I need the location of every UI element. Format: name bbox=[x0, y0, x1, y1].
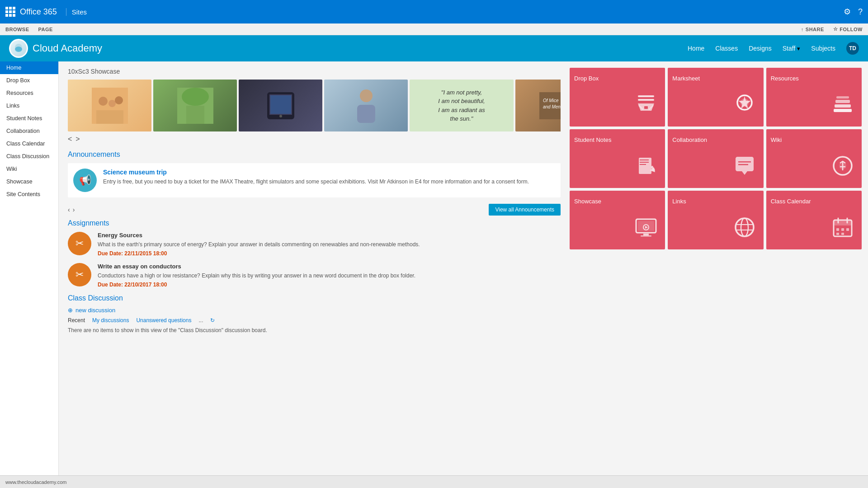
sites-label[interactable]: Sites bbox=[66, 8, 87, 16]
showcase-images: "I am not pretty,I am not beautiful,I am… bbox=[68, 80, 561, 131]
top-bar-left: Office 365 Sites bbox=[5, 7, 87, 17]
showcase-prev-button[interactable]: < bbox=[68, 135, 72, 143]
discussion-tab-unanswered[interactable]: Unanswered questions bbox=[136, 317, 191, 324]
site-logo: Cloud Academy bbox=[9, 39, 102, 58]
tile-links[interactable]: Links bbox=[668, 191, 763, 249]
svg-rect-60 bbox=[846, 228, 849, 231]
tile-class-calendar-icon bbox=[831, 216, 854, 243]
showcase-image-6: Of Mice and Men bbox=[515, 80, 561, 131]
svg-marker-30 bbox=[738, 96, 751, 109]
nav-classes[interactable]: Classes bbox=[715, 45, 738, 52]
browse-tab[interactable]: BROWSE bbox=[5, 27, 29, 32]
svg-rect-59 bbox=[841, 228, 844, 231]
tile-collaboration[interactable]: Collaboration bbox=[668, 129, 763, 188]
top-bar-right: ⚙ ? bbox=[844, 7, 863, 17]
showcase-next-button[interactable]: > bbox=[75, 135, 80, 143]
svg-point-1 bbox=[15, 47, 22, 52]
discussion-tab-my[interactable]: My discussions bbox=[92, 317, 129, 324]
waffle-menu-icon[interactable] bbox=[5, 7, 15, 17]
share-button[interactable]: ↑ SHARE bbox=[801, 27, 824, 32]
announce-prev-button[interactable]: ‹ bbox=[68, 206, 70, 213]
logo-icon bbox=[9, 39, 28, 58]
tile-wiki[interactable]: Wiki bbox=[766, 129, 862, 188]
svg-rect-34 bbox=[836, 96, 849, 99]
user-avatar[interactable]: TD bbox=[846, 42, 859, 55]
tile-student-notes[interactable]: Student Notes bbox=[570, 129, 665, 188]
assignments-section: Assignments ✂ Energy Sources What is the… bbox=[68, 219, 561, 288]
no-items-message: There are no items to show in this view … bbox=[68, 327, 561, 333]
announcement-heading[interactable]: Science museum trip bbox=[103, 169, 529, 176]
second-bar: BROWSE PAGE ↑ SHARE ☆ FOLLOW bbox=[0, 23, 868, 35]
nav-designs[interactable]: Designs bbox=[749, 45, 772, 52]
assignment-due-2: Due Date: 22/10/2017 18:00 bbox=[98, 282, 415, 288]
tile-wiki-icon bbox=[831, 154, 854, 182]
announcements-section: Announcements 📢 Science museum trip Entr… bbox=[68, 150, 561, 216]
discussion-tab-recent[interactable]: Recent bbox=[68, 317, 85, 324]
svg-text:Of Mice: Of Mice bbox=[543, 98, 559, 103]
star-icon: ☆ bbox=[833, 26, 838, 32]
refresh-icon[interactable]: ↻ bbox=[210, 317, 215, 324]
new-discussion-button[interactable]: ⊕ new discussion bbox=[68, 307, 561, 314]
page-tab[interactable]: PAGE bbox=[38, 27, 53, 32]
assignment-icon-2: ✂ bbox=[68, 263, 91, 286]
sidebar-item-resources[interactable]: Resources bbox=[0, 87, 58, 99]
svg-rect-24 bbox=[638, 99, 654, 101]
page-url: www.thecloudacademy.com bbox=[5, 479, 67, 485]
sidebar-item-showcase[interactable]: Showcase bbox=[0, 175, 58, 188]
tile-grid: Drop Box Marksheet bbox=[570, 68, 862, 249]
svg-rect-12 bbox=[270, 95, 291, 114]
tile-dropbox[interactable]: Drop Box bbox=[570, 68, 665, 127]
plus-icon: ⊕ bbox=[68, 307, 73, 314]
assignment-heading-1[interactable]: Energy Sources bbox=[98, 232, 420, 239]
tile-resources-icon bbox=[831, 93, 854, 120]
sidebar-item-student-notes[interactable]: Student Notes bbox=[0, 112, 58, 125]
svg-point-3 bbox=[99, 97, 108, 106]
share-icon: ↑ bbox=[801, 27, 804, 32]
svg-rect-62 bbox=[841, 233, 844, 235]
announce-nav: ‹ › View all Announcements bbox=[68, 204, 561, 216]
sidebar-item-site-contents[interactable]: Site Contents bbox=[0, 188, 58, 201]
sidebar-item-collaboration[interactable]: Collaboration bbox=[0, 125, 58, 137]
announce-next-button[interactable]: › bbox=[73, 206, 75, 213]
tile-class-calendar[interactable]: Class Calendar bbox=[766, 191, 862, 249]
svg-rect-45 bbox=[638, 221, 654, 231]
class-discussion-section: Class Discussion ⊕ new discussion Recent… bbox=[68, 294, 561, 333]
nav-home[interactable]: Home bbox=[688, 45, 704, 52]
class-discussion-title: Class Discussion bbox=[68, 294, 561, 302]
site-header: Cloud Academy Home Classes Designs Staff… bbox=[0, 35, 868, 61]
sidebar-item-wiki[interactable]: Wiki bbox=[0, 163, 58, 175]
sidebar: Home Drop Box Resources Links Student No… bbox=[0, 61, 59, 476]
sidebar-item-home[interactable]: Home bbox=[0, 61, 58, 74]
help-icon[interactable]: ? bbox=[858, 7, 863, 17]
top-bar: Office 365 Sites ⚙ ? bbox=[0, 0, 868, 23]
tile-marksheet[interactable]: Marksheet bbox=[668, 68, 763, 127]
settings-icon[interactable]: ⚙ bbox=[844, 7, 851, 17]
assignment-heading-2[interactable]: Write an essay on conductors bbox=[98, 263, 415, 270]
sidebar-item-class-calendar[interactable]: Class Calendar bbox=[0, 137, 58, 150]
svg-rect-6 bbox=[96, 110, 123, 124]
showcase-quote-card: "I am not pretty,I am not beautiful,I am… bbox=[410, 80, 514, 131]
showcase-image-1 bbox=[68, 80, 151, 131]
svg-point-50 bbox=[736, 218, 754, 236]
nav-staff[interactable]: Staff ▾ bbox=[783, 45, 801, 52]
sidebar-item-dropbox[interactable]: Drop Box bbox=[0, 74, 58, 87]
announcement-icon: 📢 bbox=[73, 169, 97, 192]
assignments-title: Assignments bbox=[68, 219, 561, 227]
svg-rect-33 bbox=[835, 100, 850, 103]
discussion-tab-more[interactable]: ... bbox=[198, 317, 203, 324]
announcement-item: 📢 Science museum trip Entry is free, but… bbox=[68, 163, 561, 197]
assignment-text-1: What is the earth's primary source of en… bbox=[98, 240, 420, 249]
follow-button[interactable]: ☆ FOLLOW bbox=[833, 26, 863, 32]
app-name[interactable]: Office 365 bbox=[20, 7, 57, 17]
tile-resources[interactable]: Resources bbox=[766, 68, 862, 127]
sidebar-item-links[interactable]: Links bbox=[0, 99, 58, 112]
assignment-item-2: ✂ Write an essay on conductors Conductor… bbox=[68, 263, 561, 288]
svg-point-4 bbox=[108, 100, 116, 107]
svg-rect-46 bbox=[643, 234, 649, 235]
nav-subjects[interactable]: Subjects bbox=[811, 45, 835, 52]
svg-rect-58 bbox=[836, 228, 839, 231]
view-all-announcements-button[interactable]: View all Announcements bbox=[489, 204, 561, 216]
sidebar-item-class-discussion[interactable]: Class Discussion bbox=[0, 150, 58, 163]
tile-showcase[interactable]: Showcase bbox=[570, 191, 665, 249]
svg-point-14 bbox=[360, 89, 373, 102]
